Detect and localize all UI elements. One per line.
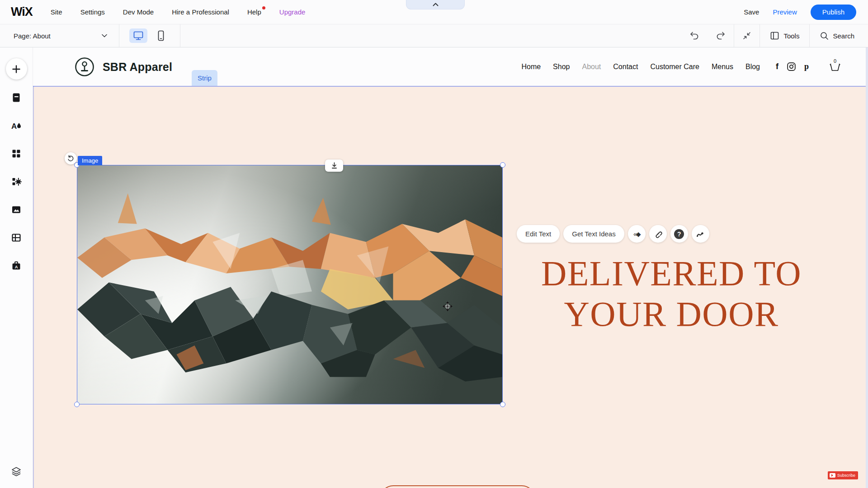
menu-upgrade[interactable]: Upgrade: [279, 8, 306, 16]
mobile-view-button[interactable]: [152, 28, 170, 43]
resize-handle-top-right[interactable]: [500, 162, 505, 168]
cta-button[interactable]: [380, 485, 535, 488]
subscribe-watermark[interactable]: Subscribe: [828, 471, 858, 479]
help-button[interactable]: ?: [670, 225, 688, 243]
question-mark-icon: ?: [674, 229, 684, 239]
desktop-view-button[interactable]: [129, 28, 147, 43]
strip-selection-border: [33, 86, 34, 488]
zoom-out-mode-button[interactable]: [734, 24, 760, 47]
menu-dev-mode[interactable]: Dev Mode: [123, 8, 154, 16]
undo-icon: [689, 31, 699, 40]
nav-customer-care[interactable]: Customer Care: [650, 63, 699, 71]
editor-sidebar: A: [0, 47, 33, 488]
resize-handle-bottom-left[interactable]: [74, 402, 80, 407]
link-icon: [654, 230, 662, 238]
image-badge: Image: [78, 156, 102, 165]
animation-button[interactable]: «◆: [628, 225, 646, 243]
layers-button[interactable]: [6, 462, 26, 482]
wix-logo[interactable]: WiX: [11, 5, 33, 19]
topbar-menu: Site Settings Dev Mode Hire a Profession…: [51, 8, 306, 16]
connect-button[interactable]: [692, 225, 709, 243]
page-selector[interactable]: Page: About: [0, 24, 119, 47]
search-icon: [820, 31, 829, 40]
squiggle-icon: [696, 230, 705, 238]
device-switch: [119, 24, 180, 47]
menu-hire-a-professional[interactable]: Hire a Professional: [172, 8, 229, 16]
resize-handle-bottom-right[interactable]: [500, 402, 505, 407]
app-market-button[interactable]: [6, 144, 26, 164]
animation-icon: «◆: [633, 230, 640, 238]
search-label: Search: [833, 32, 854, 40]
get-text-ideas-button[interactable]: Get Text Ideas: [563, 225, 624, 243]
save-button[interactable]: Save: [744, 8, 759, 16]
business-tools-button[interactable]: A: [6, 256, 26, 276]
chevron-up-icon: [433, 3, 439, 6]
nav-shop[interactable]: Shop: [553, 63, 570, 71]
text-element-toolbar: Edit Text Get Text Ideas «◆ ?: [517, 225, 709, 243]
social-bar: f p: [776, 62, 809, 71]
design-a-droplet-icon: A: [10, 120, 22, 131]
play-icon: [830, 473, 835, 478]
nav-blog[interactable]: Blog: [745, 63, 760, 71]
pinterest-icon[interactable]: p: [804, 62, 809, 71]
headline-line2: YOUR DOOR: [513, 294, 830, 334]
notification-dot: [262, 6, 265, 9]
image-icon: [11, 204, 22, 215]
grid-squares-icon: [11, 148, 22, 159]
canvas-right-edge: [866, 47, 868, 488]
arrow-down-to-line-icon: [330, 162, 338, 169]
collapse-topbar-tab[interactable]: [406, 0, 465, 9]
instagram-icon[interactable]: [787, 62, 796, 71]
cart-button[interactable]: 0: [828, 60, 842, 74]
strip-badge[interactable]: Strip: [192, 70, 217, 86]
edit-text-button[interactable]: Edit Text: [517, 225, 560, 243]
selected-image-element[interactable]: Image: [77, 165, 503, 404]
site-nav: Home Shop About Contact Customer Care Me…: [521, 47, 857, 86]
tools-button[interactable]: Tools: [760, 24, 809, 47]
headline-text[interactable]: DELIVERED TO YOUR DOOR: [513, 253, 830, 334]
cart-count: 0: [834, 58, 836, 64]
redo-button[interactable]: [708, 24, 734, 47]
nav-menus[interactable]: Menus: [712, 63, 733, 71]
facebook-icon[interactable]: f: [776, 62, 778, 71]
pages-menu-button[interactable]: [6, 88, 26, 108]
subscribe-label: Subscribe: [837, 473, 855, 478]
brand-name: SBR Apparel: [103, 61, 172, 74]
site-logo[interactable]: SBR Apparel: [75, 57, 172, 77]
preview-button[interactable]: Preview: [773, 8, 797, 16]
nav-contact[interactable]: Contact: [613, 63, 638, 71]
menu-settings[interactable]: Settings: [80, 8, 105, 16]
toolbar-separator: [180, 24, 180, 47]
svg-text:A: A: [15, 264, 18, 269]
desktop-icon: [133, 31, 144, 41]
menu-site[interactable]: Site: [51, 8, 62, 16]
editor-toolbar: Page: About: [0, 24, 868, 47]
redo-icon: [716, 31, 726, 40]
tools-label: Tools: [783, 32, 799, 40]
menu-help-label: Help: [247, 8, 261, 16]
link-button[interactable]: [649, 225, 667, 243]
headline-line1: DELIVERED TO: [513, 253, 830, 294]
move-cursor-icon: [443, 301, 453, 311]
site-header-strip[interactable]: SBR Apparel Home Shop About Contact Cust…: [33, 47, 868, 86]
toolbar-right: Tools Search: [681, 24, 868, 47]
publish-button[interactable]: Publish: [811, 5, 856, 20]
menu-help[interactable]: Help: [247, 8, 261, 16]
nav-about[interactable]: About: [582, 63, 601, 71]
site-design-button[interactable]: A: [6, 116, 26, 136]
content-manager-button[interactable]: [6, 228, 26, 248]
search-button[interactable]: Search: [810, 24, 868, 47]
strip-selection-border: [33, 86, 868, 87]
briefcase-a-icon: A: [11, 260, 22, 271]
nav-home[interactable]: Home: [521, 63, 541, 71]
media-button[interactable]: [6, 200, 26, 220]
topbar-actions: Save Preview Publish: [744, 5, 856, 20]
squares-gear-icon: [11, 176, 22, 187]
stretch-handle[interactable]: [325, 160, 343, 172]
undo-button[interactable]: [681, 24, 708, 47]
tools-panel-icon: [770, 31, 779, 40]
add-elements-button[interactable]: [6, 58, 27, 80]
site-canvas: SBR Apparel Home Shop About Contact Cust…: [33, 47, 868, 488]
rotate-handle[interactable]: [65, 152, 77, 164]
add-apps-button[interactable]: [6, 172, 26, 192]
